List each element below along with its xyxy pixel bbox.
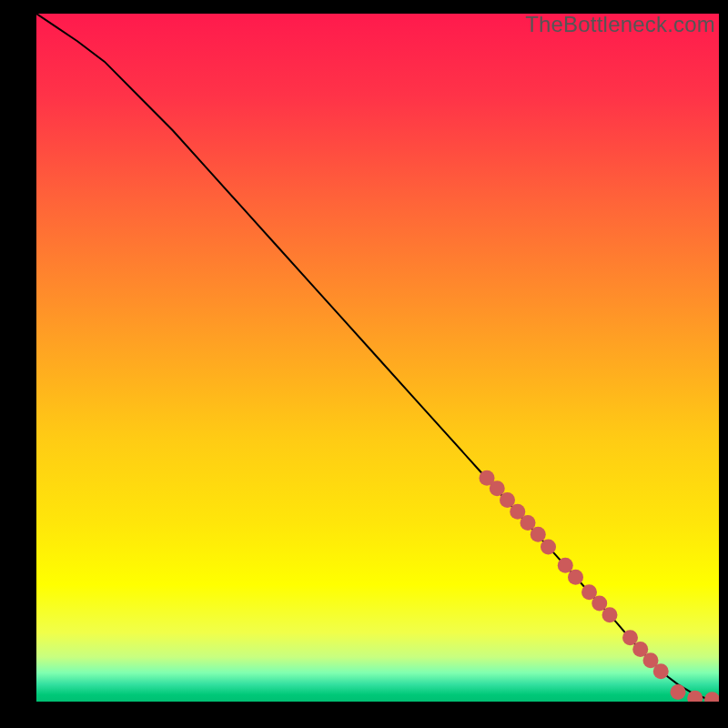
data-point <box>541 539 556 554</box>
data-point <box>500 492 515 508</box>
chart-plot <box>36 14 719 702</box>
data-point <box>558 558 573 573</box>
data-point <box>568 570 583 585</box>
data-point <box>490 480 505 496</box>
watermark-text: TheBottleneck.com <box>525 12 715 37</box>
data-point <box>531 527 546 542</box>
data-point <box>602 607 618 622</box>
data-point <box>592 595 607 611</box>
data-point <box>671 684 686 700</box>
data-point <box>653 663 669 679</box>
data-point <box>521 515 536 531</box>
data-point <box>622 630 638 645</box>
chart-frame: TheBottleneck.com <box>36 14 719 702</box>
